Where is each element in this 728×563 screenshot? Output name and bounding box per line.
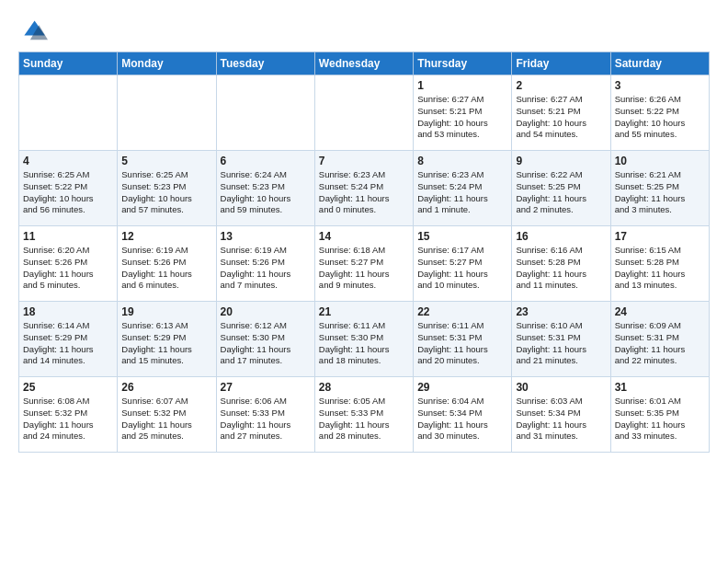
day-info: Sunrise: 6:10 AM Sunset: 5:31 PM Dayligh… <box>516 320 606 367</box>
day-number: 27 <box>221 381 311 394</box>
calendar-cell <box>19 75 118 151</box>
weekday-header: Sunday <box>19 52 118 75</box>
calendar-cell: 19Sunrise: 6:13 AM Sunset: 5:29 PM Dayli… <box>118 302 216 377</box>
weekday-header: Saturday <box>610 52 709 75</box>
calendar-cell: 11Sunrise: 6:20 AM Sunset: 5:26 PM Dayli… <box>19 226 118 302</box>
calendar-week-row: 1Sunrise: 6:27 AM Sunset: 5:21 PM Daylig… <box>19 75 710 151</box>
day-number: 7 <box>319 155 409 167</box>
logo-icon <box>18 15 48 44</box>
day-info: Sunrise: 6:11 AM Sunset: 5:30 PM Dayligh… <box>319 320 409 367</box>
day-number: 20 <box>221 305 311 318</box>
day-info: Sunrise: 6:06 AM Sunset: 5:33 PM Dayligh… <box>221 396 311 442</box>
day-number: 6 <box>221 155 311 167</box>
calendar-cell: 4Sunrise: 6:25 AM Sunset: 5:22 PM Daylig… <box>19 151 118 226</box>
day-number: 17 <box>615 230 705 243</box>
day-number: 24 <box>615 305 705 318</box>
calendar-cell: 24Sunrise: 6:09 AM Sunset: 5:31 PM Dayli… <box>610 302 709 377</box>
day-info: Sunrise: 6:27 AM Sunset: 5:21 PM Dayligh… <box>516 94 606 141</box>
calendar-cell <box>216 75 314 151</box>
day-info: Sunrise: 6:22 AM Sunset: 5:25 PM Dayligh… <box>516 169 606 216</box>
page: SundayMondayTuesdayWednesdayThursdayFrid… <box>0 0 728 462</box>
day-number: 13 <box>221 230 311 243</box>
day-info: Sunrise: 6:19 AM Sunset: 5:26 PM Dayligh… <box>121 245 211 292</box>
day-info: Sunrise: 6:24 AM Sunset: 5:23 PM Dayligh… <box>221 169 311 216</box>
day-number: 11 <box>23 230 113 243</box>
calendar-week-row: 11Sunrise: 6:20 AM Sunset: 5:26 PM Dayli… <box>19 226 710 302</box>
weekday-header: Thursday <box>414 52 512 75</box>
calendar-cell: 18Sunrise: 6:14 AM Sunset: 5:29 PM Dayli… <box>19 302 118 377</box>
calendar-week-row: 25Sunrise: 6:08 AM Sunset: 5:32 PM Dayli… <box>19 377 710 453</box>
calendar-cell: 2Sunrise: 6:27 AM Sunset: 5:21 PM Daylig… <box>512 75 610 151</box>
day-info: Sunrise: 6:07 AM Sunset: 5:32 PM Dayligh… <box>121 396 211 442</box>
calendar-cell: 13Sunrise: 6:19 AM Sunset: 5:26 PM Dayli… <box>216 226 314 302</box>
day-info: Sunrise: 6:27 AM Sunset: 5:21 PM Dayligh… <box>417 94 507 141</box>
day-number: 25 <box>23 381 113 394</box>
day-info: Sunrise: 6:04 AM Sunset: 5:34 PM Dayligh… <box>417 396 507 442</box>
day-info: Sunrise: 6:15 AM Sunset: 5:28 PM Dayligh… <box>615 245 705 292</box>
day-info: Sunrise: 6:23 AM Sunset: 5:24 PM Dayligh… <box>319 169 409 216</box>
calendar-cell: 20Sunrise: 6:12 AM Sunset: 5:30 PM Dayli… <box>216 302 314 377</box>
day-number: 22 <box>417 305 507 318</box>
weekday-header: Tuesday <box>216 52 314 75</box>
calendar-cell: 26Sunrise: 6:07 AM Sunset: 5:32 PM Dayli… <box>118 377 216 453</box>
calendar-cell: 16Sunrise: 6:16 AM Sunset: 5:28 PM Dayli… <box>512 226 610 302</box>
calendar-cell: 28Sunrise: 6:05 AM Sunset: 5:33 PM Dayli… <box>314 377 413 453</box>
day-number: 4 <box>23 155 113 167</box>
calendar-cell: 12Sunrise: 6:19 AM Sunset: 5:26 PM Dayli… <box>118 226 216 302</box>
day-info: Sunrise: 6:14 AM Sunset: 5:29 PM Dayligh… <box>23 320 113 367</box>
calendar-cell: 15Sunrise: 6:17 AM Sunset: 5:27 PM Dayli… <box>414 226 512 302</box>
calendar-cell: 10Sunrise: 6:21 AM Sunset: 5:25 PM Dayli… <box>610 151 709 226</box>
calendar-cell: 3Sunrise: 6:26 AM Sunset: 5:22 PM Daylig… <box>610 75 709 151</box>
day-number: 21 <box>319 305 409 318</box>
day-number: 31 <box>615 381 705 394</box>
day-info: Sunrise: 6:20 AM Sunset: 5:26 PM Dayligh… <box>23 245 113 292</box>
day-info: Sunrise: 6:03 AM Sunset: 5:34 PM Dayligh… <box>516 396 606 442</box>
calendar-cell: 7Sunrise: 6:23 AM Sunset: 5:24 PM Daylig… <box>314 151 413 226</box>
day-info: Sunrise: 6:16 AM Sunset: 5:28 PM Dayligh… <box>516 245 606 292</box>
day-info: Sunrise: 6:26 AM Sunset: 5:22 PM Dayligh… <box>615 94 705 141</box>
day-number: 18 <box>23 305 113 318</box>
day-number: 3 <box>615 79 705 92</box>
day-info: Sunrise: 6:12 AM Sunset: 5:30 PM Dayligh… <box>221 320 311 367</box>
calendar-cell: 21Sunrise: 6:11 AM Sunset: 5:30 PM Dayli… <box>314 302 413 377</box>
calendar-cell: 8Sunrise: 6:23 AM Sunset: 5:24 PM Daylig… <box>414 151 512 226</box>
day-number: 16 <box>516 230 606 243</box>
calendar-cell: 14Sunrise: 6:18 AM Sunset: 5:27 PM Dayli… <box>314 226 413 302</box>
day-info: Sunrise: 6:05 AM Sunset: 5:33 PM Dayligh… <box>319 396 409 442</box>
day-number: 1 <box>417 79 507 92</box>
day-info: Sunrise: 6:09 AM Sunset: 5:31 PM Dayligh… <box>615 320 705 367</box>
day-info: Sunrise: 6:11 AM Sunset: 5:31 PM Dayligh… <box>417 320 507 367</box>
calendar-cell: 22Sunrise: 6:11 AM Sunset: 5:31 PM Dayli… <box>414 302 512 377</box>
day-info: Sunrise: 6:13 AM Sunset: 5:29 PM Dayligh… <box>121 320 211 367</box>
calendar-table: SundayMondayTuesdayWednesdayThursdayFrid… <box>18 52 710 453</box>
day-info: Sunrise: 6:25 AM Sunset: 5:23 PM Dayligh… <box>121 169 211 216</box>
header <box>18 15 710 44</box>
day-number: 8 <box>417 155 507 167</box>
day-number: 29 <box>417 381 507 394</box>
calendar-cell: 6Sunrise: 6:24 AM Sunset: 5:23 PM Daylig… <box>216 151 314 226</box>
calendar-week-row: 18Sunrise: 6:14 AM Sunset: 5:29 PM Dayli… <box>19 302 710 377</box>
day-info: Sunrise: 6:18 AM Sunset: 5:27 PM Dayligh… <box>319 245 409 292</box>
day-info: Sunrise: 6:19 AM Sunset: 5:26 PM Dayligh… <box>221 245 311 292</box>
calendar-cell <box>314 75 413 151</box>
calendar-cell: 25Sunrise: 6:08 AM Sunset: 5:32 PM Dayli… <box>19 377 118 453</box>
weekday-header: Monday <box>118 52 216 75</box>
day-number: 28 <box>319 381 409 394</box>
day-number: 14 <box>319 230 409 243</box>
day-info: Sunrise: 6:25 AM Sunset: 5:22 PM Dayligh… <box>23 169 113 216</box>
calendar-cell: 23Sunrise: 6:10 AM Sunset: 5:31 PM Dayli… <box>512 302 610 377</box>
day-info: Sunrise: 6:08 AM Sunset: 5:32 PM Dayligh… <box>23 396 113 442</box>
day-number: 23 <box>516 305 606 318</box>
day-number: 5 <box>121 155 211 167</box>
logo <box>18 15 51 44</box>
day-number: 10 <box>615 155 705 167</box>
day-number: 9 <box>516 155 606 167</box>
day-info: Sunrise: 6:23 AM Sunset: 5:24 PM Dayligh… <box>417 169 507 216</box>
calendar-cell: 31Sunrise: 6:01 AM Sunset: 5:35 PM Dayli… <box>610 377 709 453</box>
calendar-cell: 27Sunrise: 6:06 AM Sunset: 5:33 PM Dayli… <box>216 377 314 453</box>
day-number: 26 <box>121 381 211 394</box>
calendar-week-row: 4Sunrise: 6:25 AM Sunset: 5:22 PM Daylig… <box>19 151 710 226</box>
weekday-header-row: SundayMondayTuesdayWednesdayThursdayFrid… <box>19 52 710 75</box>
day-info: Sunrise: 6:01 AM Sunset: 5:35 PM Dayligh… <box>615 396 705 442</box>
calendar-cell: 1Sunrise: 6:27 AM Sunset: 5:21 PM Daylig… <box>414 75 512 151</box>
